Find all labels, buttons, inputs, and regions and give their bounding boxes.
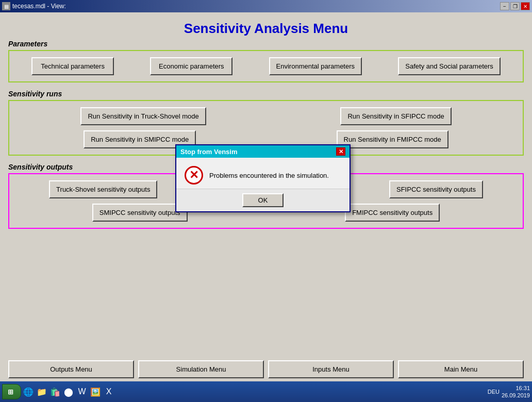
safety-social-parameters-button[interactable]: Safety and Social parameters [398,57,501,75]
fmipcc-outputs-button[interactable]: FMIPCC sensitivity outputs [345,204,440,222]
parameters-label: Parameters [8,40,524,48]
technical-parameters-button[interactable]: Technical parameters [31,57,114,75]
taskbar-ie-icon[interactable]: 🌐 [22,386,35,398]
page-title: Sensitivity Analysis Menu [8,16,524,40]
sensitivity-runs-label: Sensitivity runs [8,90,524,98]
title-bar-controls: − ❐ ✕ [500,2,530,10]
maximize-button[interactable]: ❐ [510,2,520,10]
taskbar-excel-icon[interactable]: X [103,386,115,398]
clock-time: 16:31 [502,384,530,392]
modal-dialog: Stop from Vensim ✕ ✕ Problems encountere… [175,144,351,212]
run-fmipcc-button[interactable]: Run Sensitivity in FMIPCC mode [337,130,448,148]
minimize-button[interactable]: − [500,2,509,10]
economic-parameters-button[interactable]: Economic parameters [150,57,232,75]
environmental-parameters-button[interactable]: Environmental parameters [269,57,362,75]
modal-title: Stop from Vensim [180,148,238,156]
modal-message: Problems encountered in the simulation. [209,172,329,179]
sfipcc-outputs-button[interactable]: SFIPCC sensitivity outputs [389,180,483,198]
modal-body: ✕ Problems encountered in the simulation… [176,158,350,189]
error-icon: ✕ [185,166,203,185]
taskbar-folder-icon[interactable]: 📁 [36,386,48,398]
runs-row-1: Run Sensitivity in Truck-Shovel mode Run… [15,107,517,125]
smipcc-outputs-button[interactable]: SMIPCC sensitivity outputs [92,204,188,222]
taskbar-store-icon[interactable]: 🛍️ [49,386,61,398]
title-bar: ▦ tecesas.mdl - View: − ❐ ✕ [0,0,532,12]
clock-date: 26.09.2019 [502,392,530,399]
taskbar-photo-icon[interactable]: 🖼️ [89,386,102,398]
inputs-menu-button[interactable]: Inputs Menu [268,360,394,378]
parameters-btn-row: Technical parameters Economic parameters… [15,57,517,75]
taskbar-word-icon[interactable]: W [76,386,88,398]
bottom-nav: Outputs Menu Simulation Menu Inputs Menu… [0,357,532,381]
taskbar-right: DEU 16:31 26.09.2019 [488,384,530,399]
run-sfipcc-button[interactable]: Run Sensitivity in SFIPCC mode [340,107,451,125]
parameters-box: Technical parameters Economic parameters… [8,50,524,82]
window-title: tecesas.mdl - View: [12,3,66,10]
clock: 16:31 26.09.2019 [502,384,530,399]
start-button[interactable]: ⊞ [2,384,21,399]
modal-footer: OK [176,189,350,211]
modal-titlebar: Stop from Vensim ✕ [176,145,350,158]
close-button[interactable]: ✕ [521,2,530,10]
taskbar: ⊞ 🌐 📁 🛍️ ⬤ W 🖼️ X DEU 16:31 26.09.2019 [0,381,532,402]
app-icon: ▦ [2,2,10,10]
parameters-section: Parameters Technical parameters Economic… [8,40,524,82]
modal-close-button[interactable]: ✕ [336,147,345,156]
outputs-menu-button[interactable]: Outputs Menu [8,360,134,378]
main-menu-button[interactable]: Main Menu [398,360,524,378]
windows-logo: ⊞ [8,388,13,396]
simulation-menu-button[interactable]: Simulation Menu [138,360,264,378]
taskbar-language: DEU [488,389,500,395]
truck-shovel-outputs-button[interactable]: Truck-Shovel sensitivity outputs [49,180,157,198]
title-bar-left: ▦ tecesas.mdl - View: [2,2,66,10]
taskbar-chrome-icon[interactable]: ⬤ [62,386,75,398]
run-truck-shovel-button[interactable]: Run Sensitivity in Truck-Shovel mode [80,107,206,125]
modal-ok-button[interactable]: OK [242,193,284,207]
